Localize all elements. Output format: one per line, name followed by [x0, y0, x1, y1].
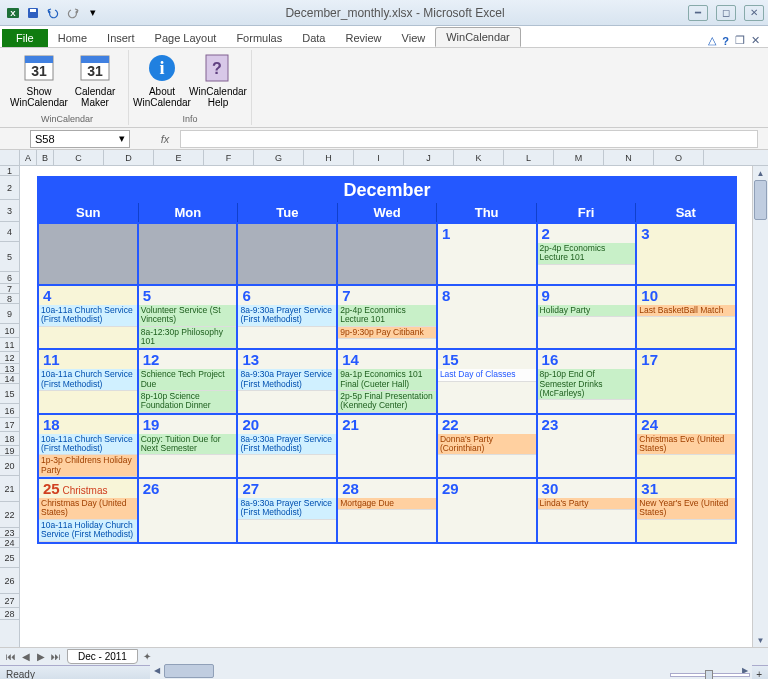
row-header[interactable]: 7: [0, 284, 19, 294]
row-header[interactable]: 9: [0, 304, 19, 324]
row-header[interactable]: 3: [0, 200, 19, 222]
calendar-day[interactable]: 25 ChristmasChristmas Day (United States…: [39, 479, 139, 541]
row-header[interactable]: 8: [0, 294, 19, 304]
close-button[interactable]: ✕: [744, 5, 764, 21]
calendar-day[interactable]: 12Schience Tech Project Due8p-10p Scienc…: [139, 350, 239, 412]
calendar-day[interactable]: 17: [637, 350, 735, 412]
calendar-event[interactable]: 1p-3p Childrens Holiday Party: [39, 455, 137, 477]
row-header[interactable]: 23: [0, 528, 19, 538]
zoom-in-icon[interactable]: +: [756, 669, 762, 679]
calendar-event[interactable]: 10a-11a Church Service (First Methodist): [39, 369, 137, 391]
column-header[interactable]: O: [654, 150, 704, 165]
row-header[interactable]: 27: [0, 594, 19, 608]
calendar-day[interactable]: 5Volunteer Service (St Vincents)8a-12:30…: [139, 286, 239, 348]
calendar-event[interactable]: Copy: Tuition Due for Next Semester: [139, 434, 237, 456]
sheet-nav-next-icon[interactable]: ▶: [34, 650, 48, 664]
row-header[interactable]: 24: [0, 538, 19, 548]
calendar-event[interactable]: Christmas Eve (United States): [637, 434, 735, 456]
calendar-event[interactable]: Schience Tech Project Due: [139, 369, 237, 391]
calendar-event[interactable]: Donna's Party (Corinthian): [438, 434, 536, 456]
save-icon[interactable]: [24, 4, 42, 22]
calendar-event[interactable]: 8a-9:30a Prayer Service (First Methodist…: [238, 305, 336, 327]
column-header[interactable]: K: [454, 150, 504, 165]
tab-formulas[interactable]: Formulas: [226, 29, 292, 47]
formula-input[interactable]: [180, 130, 758, 148]
tab-wincalendar[interactable]: WinCalendar: [435, 27, 521, 47]
row-header[interactable]: 14: [0, 374, 19, 384]
calendar-day[interactable]: 22p-4p Economics Lecture 101: [538, 224, 638, 284]
row-header[interactable]: 25: [0, 548, 19, 568]
file-tab[interactable]: File: [2, 29, 48, 47]
calendar-day[interactable]: 23: [538, 415, 638, 477]
calendar-event[interactable]: 8a-9:30a Prayer Service (First Methodist…: [238, 369, 336, 391]
calendar-event[interactable]: Volunteer Service (St Vincents): [139, 305, 237, 327]
show-wincalendar-button[interactable]: 31Show WinCalendar: [12, 50, 66, 113]
column-header[interactable]: C: [54, 150, 104, 165]
calendar-day[interactable]: 3: [637, 224, 735, 284]
row-header[interactable]: 28: [0, 608, 19, 620]
calendar-event[interactable]: 10a-11a Church Service (First Methodist): [39, 434, 137, 456]
calendar-event[interactable]: New Year's Eve (United States): [637, 498, 735, 520]
undo-icon[interactable]: [44, 4, 62, 22]
scroll-down-icon[interactable]: ▼: [753, 633, 768, 647]
calendar-day[interactable]: 22Donna's Party (Corinthian): [438, 415, 538, 477]
hscroll-thumb[interactable]: [164, 664, 214, 678]
calendar-day[interactable]: [139, 224, 239, 284]
sheet-nav-last-icon[interactable]: ⏭: [49, 650, 63, 664]
row-header[interactable]: 11: [0, 338, 19, 352]
calendar-event[interactable]: 8a-12:30p Philosophy 101: [139, 327, 237, 349]
calendar-event[interactable]: Holiday Party: [538, 305, 636, 317]
column-header[interactable]: I: [354, 150, 404, 165]
calendar-event[interactable]: Mortgage Due: [338, 498, 436, 510]
calendar-day[interactable]: 8: [438, 286, 538, 348]
calendar-day[interactable]: 278a-9:30a Prayer Service (First Methodi…: [238, 479, 338, 541]
column-header[interactable]: H: [304, 150, 354, 165]
zoom-slider[interactable]: [670, 673, 750, 677]
row-header[interactable]: 17: [0, 418, 19, 432]
calendar-day[interactable]: 1: [438, 224, 538, 284]
name-box[interactable]: S58 ▾: [30, 130, 130, 148]
grid-cells[interactable]: December SunMonTueWedThuFriSat 122p-4p E…: [20, 166, 768, 647]
column-header[interactable]: F: [204, 150, 254, 165]
column-header[interactable]: B: [37, 150, 54, 165]
new-sheet-icon[interactable]: ✦: [140, 650, 154, 664]
row-header[interactable]: 16: [0, 404, 19, 418]
calendar-day[interactable]: 29: [438, 479, 538, 541]
row-header[interactable]: 10: [0, 324, 19, 338]
calendar-day[interactable]: [39, 224, 139, 284]
tab-home[interactable]: Home: [48, 29, 97, 47]
column-header[interactable]: M: [554, 150, 604, 165]
calendar-event[interactable]: 2p-4p Economics Lecture 101: [538, 243, 636, 265]
calendar-day[interactable]: 21: [338, 415, 438, 477]
calendar-day[interactable]: 168p-10p End Of Semester Drinks (McFarle…: [538, 350, 638, 412]
ribbon-minimize-icon[interactable]: △: [708, 34, 716, 47]
calendar-event[interactable]: Last Day of Classes: [438, 369, 536, 381]
qat-dropdown-icon[interactable]: ▾: [84, 4, 102, 22]
name-box-dropdown-icon[interactable]: ▾: [119, 132, 125, 145]
column-header[interactable]: D: [104, 150, 154, 165]
row-header[interactable]: 15: [0, 384, 19, 404]
column-header[interactable]: G: [254, 150, 304, 165]
calendar-event[interactable]: 2p-4p Economics Lecture 101: [338, 305, 436, 327]
maximize-button[interactable]: ◻: [716, 5, 736, 21]
calendar-day[interactable]: 26: [139, 479, 239, 541]
calendar-event[interactable]: Last BasketBall Match: [637, 305, 735, 317]
calendar-day[interactable]: 30Linda's Party: [538, 479, 638, 541]
calendar-event[interactable]: 10a-11a Church Service (First Methodist): [39, 305, 137, 327]
calendar-day[interactable]: 138a-9:30a Prayer Service (First Methodi…: [238, 350, 338, 412]
tab-page-layout[interactable]: Page Layout: [145, 29, 227, 47]
column-header[interactable]: N: [604, 150, 654, 165]
calendar-event[interactable]: 8p-10p End Of Semester Drinks (McFarleys…: [538, 369, 636, 400]
vscroll-thumb[interactable]: [754, 180, 767, 220]
calendar-day[interactable]: 1110a-11a Church Service (First Methodis…: [39, 350, 139, 412]
calendar-day[interactable]: 10Last BasketBall Match: [637, 286, 735, 348]
select-all-cell[interactable]: [0, 150, 20, 166]
calendar-event[interactable]: 8p-10p Science Foundation Dinner: [139, 391, 237, 413]
calendar-day[interactable]: 24Christmas Eve (United States): [637, 415, 735, 477]
row-header[interactable]: 26: [0, 568, 19, 594]
vertical-scrollbar[interactable]: ▲ ▼: [752, 166, 768, 647]
calendar-day[interactable]: 410a-11a Church Service (First Methodist…: [39, 286, 139, 348]
workbook-close-icon[interactable]: ✕: [751, 34, 760, 47]
row-header[interactable]: 13: [0, 364, 19, 374]
tab-data[interactable]: Data: [292, 29, 335, 47]
